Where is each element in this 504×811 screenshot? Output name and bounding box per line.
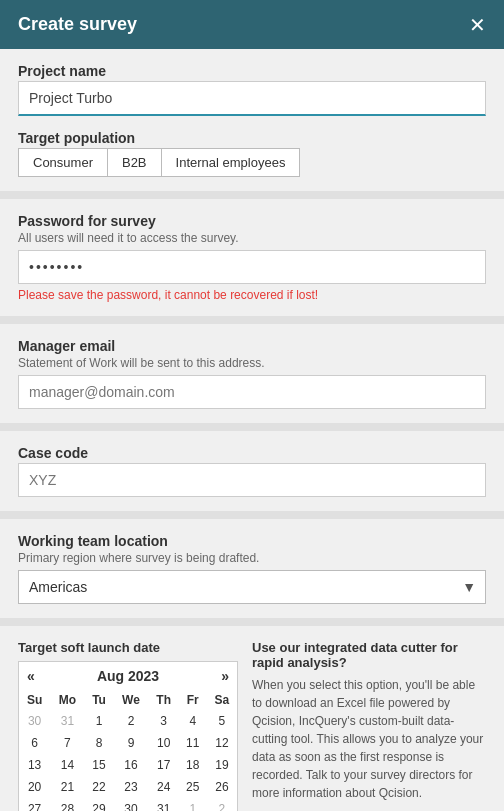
calendar-day[interactable]: 22 [85, 776, 114, 798]
calendar-day[interactable]: 17 [149, 754, 179, 776]
calendar-day[interactable]: 12 [207, 732, 237, 754]
password-input[interactable] [18, 250, 486, 284]
project-name-input[interactable] [18, 81, 486, 116]
password-group: Password for survey All users will need … [18, 213, 486, 302]
location-dropdown[interactable]: Americas EMEA APAC [18, 570, 486, 604]
calendar-day[interactable]: 1 [85, 710, 114, 732]
calendar-day[interactable]: 13 [19, 754, 50, 776]
calendar-day[interactable]: 30 [19, 710, 50, 732]
manager-email-group: Manager email Statement of Work will be … [18, 338, 486, 409]
calendar-day[interactable]: 11 [179, 732, 207, 754]
calendar-section: Target soft launch date « Aug 2023 » Su … [18, 640, 238, 811]
calendar-day[interactable]: 27 [19, 798, 50, 811]
calendar-day[interactable]: 15 [85, 754, 114, 776]
target-population-buttons: Consumer B2B Internal employees [18, 148, 486, 177]
divider-3 [0, 423, 504, 431]
calendar-day[interactable]: 29 [85, 798, 114, 811]
divider-1 [0, 191, 504, 199]
password-warning: Please save the password, it cannot be r… [18, 288, 486, 302]
location-dropdown-wrapper: Americas EMEA APAC ▼ [18, 570, 486, 604]
population-consumer-btn[interactable]: Consumer [18, 148, 107, 177]
divider-2 [0, 316, 504, 324]
cal-header-we: We [113, 690, 148, 710]
cal-header-su: Su [19, 690, 50, 710]
calendar-day[interactable]: 24 [149, 776, 179, 798]
calendar-day[interactable]: 9 [113, 732, 148, 754]
password-label: Password for survey [18, 213, 486, 229]
project-name-group: Project name [18, 63, 486, 116]
calendar: « Aug 2023 » Su Mo Tu We Th Fr [18, 661, 238, 811]
calendar-month-year: Aug 2023 [97, 668, 159, 684]
calendar-day[interactable]: 30 [113, 798, 148, 811]
calendar-prev-btn[interactable]: « [27, 668, 35, 684]
calendar-day[interactable]: 31 [149, 798, 179, 811]
close-button[interactable]: ✕ [469, 15, 486, 35]
calendar-day[interactable]: 8 [85, 732, 114, 754]
divider-5 [0, 618, 504, 626]
manager-email-input[interactable] [18, 375, 486, 409]
create-survey-modal: Create survey ✕ Project name Target popu… [0, 0, 504, 811]
data-cutter-title: Use our integrated data cutter for rapid… [252, 640, 486, 670]
calendar-day[interactable]: 7 [50, 732, 84, 754]
case-code-group: Case code [18, 445, 486, 497]
cal-header-fr: Fr [179, 690, 207, 710]
case-code-input[interactable] [18, 463, 486, 497]
bottom-two-col: Target soft launch date « Aug 2023 » Su … [18, 640, 486, 811]
calendar-day[interactable]: 5 [207, 710, 237, 732]
calendar-day[interactable]: 19 [207, 754, 237, 776]
calendar-nav: « Aug 2023 » [19, 662, 237, 690]
population-b2b-btn[interactable]: B2B [107, 148, 161, 177]
data-cutter-section: Use our integrated data cutter for rapid… [252, 640, 486, 811]
working-team-location-label: Working team location [18, 533, 486, 549]
modal-title: Create survey [18, 14, 137, 35]
case-code-label: Case code [18, 445, 486, 461]
calendar-day[interactable]: 31 [50, 710, 84, 732]
calendar-day[interactable]: 2 [113, 710, 148, 732]
calendar-day[interactable]: 2 [207, 798, 237, 811]
working-team-location-sublabel: Primary region where survey is being dra… [18, 551, 486, 565]
manager-email-sublabel: Statement of Work will be sent to this a… [18, 356, 486, 370]
manager-email-label: Manager email [18, 338, 486, 354]
cal-header-tu: Tu [85, 690, 114, 710]
project-name-label: Project name [18, 63, 486, 79]
calendar-grid: Su Mo Tu We Th Fr Sa 3031123456789101112… [19, 690, 237, 811]
population-internal-btn[interactable]: Internal employees [161, 148, 301, 177]
calendar-day[interactable]: 14 [50, 754, 84, 776]
password-sublabel: All users will need it to access the sur… [18, 231, 486, 245]
modal-header: Create survey ✕ [0, 0, 504, 49]
divider-4 [0, 511, 504, 519]
calendar-day[interactable]: 6 [19, 732, 50, 754]
calendar-day[interactable]: 18 [179, 754, 207, 776]
cal-header-th: Th [149, 690, 179, 710]
calendar-day[interactable]: 28 [50, 798, 84, 811]
calendar-day[interactable]: 10 [149, 732, 179, 754]
cal-header-sa: Sa [207, 690, 237, 710]
calendar-day[interactable]: 21 [50, 776, 84, 798]
calendar-day[interactable]: 16 [113, 754, 148, 776]
calendar-day[interactable]: 4 [179, 710, 207, 732]
cal-header-mo: Mo [50, 690, 84, 710]
target-population-label: Target population [18, 130, 486, 146]
calendar-day[interactable]: 20 [19, 776, 50, 798]
calendar-label: Target soft launch date [18, 640, 238, 655]
calendar-day[interactable]: 1 [179, 798, 207, 811]
modal-body: Project name Target population Consumer … [0, 49, 504, 811]
calendar-next-btn[interactable]: » [221, 668, 229, 684]
calendar-day[interactable]: 3 [149, 710, 179, 732]
target-population-group: Target population Consumer B2B Internal … [18, 130, 486, 177]
calendar-day[interactable]: 26 [207, 776, 237, 798]
calendar-day[interactable]: 25 [179, 776, 207, 798]
data-cutter-description: When you select this option, you'll be a… [252, 676, 486, 802]
working-team-location-group: Working team location Primary region whe… [18, 533, 486, 604]
calendar-day[interactable]: 23 [113, 776, 148, 798]
